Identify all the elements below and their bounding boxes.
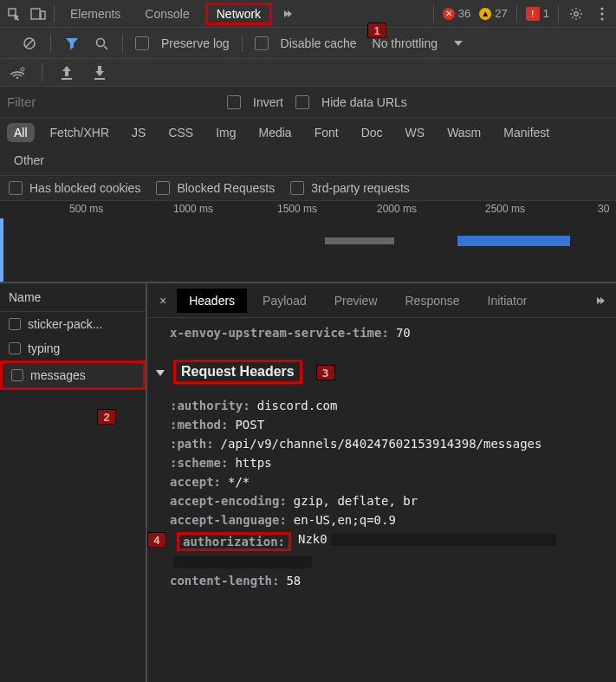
request-item[interactable]: sticker-pack... xyxy=(0,312,146,336)
header-key: :path: xyxy=(170,437,214,451)
svg-point-8 xyxy=(97,38,105,46)
header-key: accept: xyxy=(170,475,221,489)
preserve-log-label: Preserve log xyxy=(161,36,230,50)
type-chip-manifest[interactable]: Manifest xyxy=(496,123,556,142)
request-item[interactable]: typing xyxy=(0,336,146,360)
request-checkbox[interactable] xyxy=(9,318,21,330)
type-chip-wasm[interactable]: Wasm xyxy=(440,123,488,142)
svg-point-3 xyxy=(600,7,603,10)
header-row: :authority:discord.com xyxy=(156,396,616,415)
header-value: Nzk0 xyxy=(298,532,556,551)
tab-elements[interactable]: Elements xyxy=(62,3,129,24)
has-blocked-cookies-checkbox[interactable] xyxy=(9,181,23,195)
request-headers-section[interactable]: Request Headers xyxy=(173,360,302,384)
device-toggle-icon[interactable] xyxy=(29,5,47,23)
tab-console[interactable]: Console xyxy=(136,3,198,24)
chevron-down-icon[interactable] xyxy=(450,35,467,52)
svg-line-9 xyxy=(104,46,107,49)
request-detail: × HeadersPayloadPreviewResponseInitiator… xyxy=(147,283,616,682)
divider xyxy=(122,35,123,52)
type-chip-ws[interactable]: WS xyxy=(399,123,432,142)
timeline-tick: 1000 ms xyxy=(173,203,213,215)
collapse-triangle-icon[interactable] xyxy=(156,370,165,376)
divider xyxy=(50,35,51,52)
svg-rect-0 xyxy=(31,9,40,19)
divider xyxy=(433,5,434,23)
divider xyxy=(42,64,42,81)
svg-rect-12 xyxy=(62,78,72,80)
hide-data-urls-checkbox[interactable] xyxy=(295,95,309,109)
warning-count[interactable]: ▲27 xyxy=(479,7,507,20)
timeline-tick: 30 xyxy=(598,203,609,215)
third-party-checkbox[interactable] xyxy=(290,181,304,195)
search-icon[interactable] xyxy=(93,35,110,52)
warning-count-value: 27 xyxy=(495,7,507,20)
timeline-tick: 2000 ms xyxy=(377,203,417,215)
disable-cache-checkbox[interactable] xyxy=(255,36,269,50)
timeline-tick: 500 ms xyxy=(69,203,103,215)
type-chip-font[interactable]: Font xyxy=(308,123,346,142)
type-chip-other[interactable]: Other xyxy=(7,151,51,170)
type-chip-css[interactable]: CSS xyxy=(161,123,200,142)
timeline-tick: 2500 ms xyxy=(485,203,525,215)
header-value: /api/v9/channels/840247602153914398/mess… xyxy=(221,437,542,451)
tab-network[interactable]: Network xyxy=(205,3,272,25)
request-name: typing xyxy=(28,341,60,355)
has-blocked-cookies-label: Has blocked cookies xyxy=(29,181,140,195)
issue-count-value: 1 xyxy=(543,7,549,20)
header-value: en-US,en;q=0.9 xyxy=(294,513,396,527)
timeline[interactable]: 500 ms1000 ms1500 ms2000 ms2500 ms30 xyxy=(0,201,616,283)
issue-count[interactable]: !1 xyxy=(526,7,549,21)
header-row xyxy=(156,554,616,571)
header-row: x-envoy-upstream-service-time: 70 xyxy=(156,323,616,342)
type-chip-js[interactable]: JS xyxy=(125,123,152,142)
network-conditions-icon[interactable] xyxy=(9,64,26,81)
divider xyxy=(242,35,243,52)
filter-input[interactable] xyxy=(7,94,215,109)
upload-icon[interactable] xyxy=(58,64,75,81)
detail-tab-headers[interactable]: Headers xyxy=(177,289,247,313)
type-chip-all[interactable]: All xyxy=(7,123,35,142)
preserve-log-checkbox[interactable] xyxy=(135,36,149,50)
type-chip-img[interactable]: Img xyxy=(209,123,243,142)
detail-tab-initiator[interactable]: Initiator xyxy=(476,289,540,313)
detail-tab-payload[interactable]: Payload xyxy=(250,289,319,313)
header-row: :scheme:https xyxy=(156,453,616,472)
more-tabs-chevron-icon[interactable] xyxy=(279,5,296,23)
devtools-top-bar: Elements Console Network 1 ✕36 ▲27 !1 xyxy=(0,0,616,28)
clear-icon[interactable] xyxy=(21,35,38,52)
header-value: 70 xyxy=(396,326,411,340)
request-item[interactable]: messages xyxy=(0,360,146,390)
type-chip-fetchxhr[interactable]: Fetch/XHR xyxy=(43,123,116,142)
header-row: 4authorization:Nzk0 xyxy=(156,529,616,554)
blocked-requests-checkbox[interactable] xyxy=(156,181,170,195)
request-checkbox[interactable] xyxy=(11,369,23,381)
main-split: Name sticker-pack...typingmessages 2 × H… xyxy=(0,283,616,682)
type-chip-media[interactable]: Media xyxy=(252,123,299,142)
error-count[interactable]: ✕36 xyxy=(443,7,470,20)
detail-tab-preview[interactable]: Preview xyxy=(322,289,390,313)
annotation-4: 4 xyxy=(147,532,166,548)
header-key: accept-encoding: xyxy=(170,494,287,508)
kebab-icon[interactable] xyxy=(593,5,611,23)
header-row: :path:/api/v9/channels/84024760215391439… xyxy=(156,434,616,453)
header-value: gzip, deflate, br xyxy=(294,494,418,508)
filter-icon[interactable] xyxy=(63,35,81,52)
svg-point-2 xyxy=(574,11,579,16)
gear-icon[interactable] xyxy=(567,5,585,23)
divider xyxy=(516,5,517,23)
download-icon[interactable] xyxy=(91,64,108,81)
svg-rect-1 xyxy=(41,11,45,19)
column-header-name[interactable]: Name xyxy=(0,283,146,312)
more-tabs-chevron-icon[interactable] xyxy=(592,292,609,309)
header-key: :authority: xyxy=(170,399,250,412)
headers-body[interactable]: x-envoy-upstream-service-time: 70 Reques… xyxy=(147,318,616,682)
invert-checkbox[interactable] xyxy=(227,95,241,109)
header-key: content-length: xyxy=(170,574,279,588)
detail-tab-response[interactable]: Response xyxy=(393,289,472,313)
type-chip-doc[interactable]: Doc xyxy=(354,123,390,142)
close-detail-icon[interactable]: × xyxy=(152,294,173,308)
inspect-icon[interactable] xyxy=(5,5,23,23)
blocked-requests-label: Blocked Requests xyxy=(177,181,275,195)
request-checkbox[interactable] xyxy=(9,342,21,354)
